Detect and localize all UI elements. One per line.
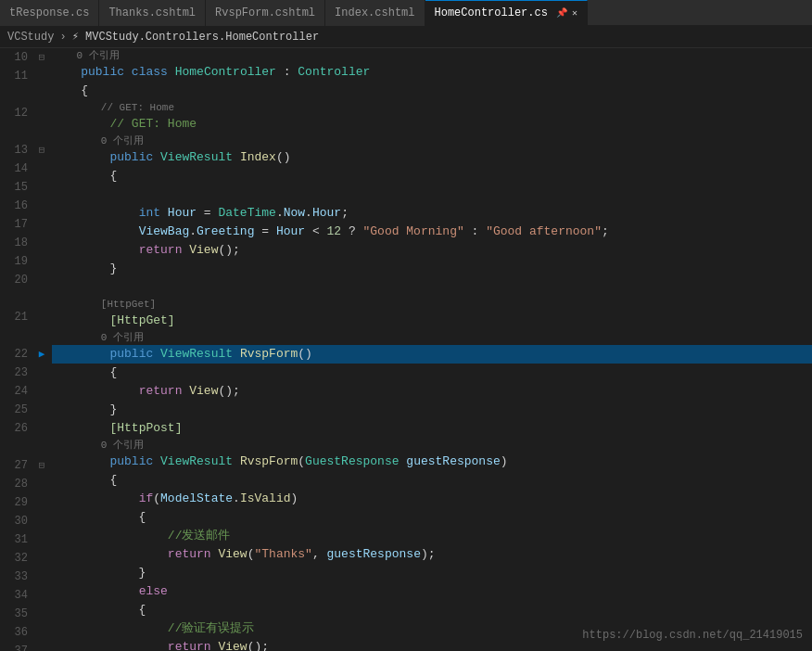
fold-32 — [35, 549, 48, 568]
code-line-26: [HttpPost] — [52, 419, 812, 438]
fold-37 — [35, 642, 48, 651]
tab-thanks[interactable]: Thanks.cshtml — [99, 0, 206, 26]
code-line-22: public ViewResult RvspForm() — [52, 345, 812, 364]
fold-34 — [35, 586, 48, 605]
ln-13: 13 — [7, 141, 28, 160]
code-line-35: { — [52, 601, 812, 619]
tab-tresponse-label: tResponse.cs — [9, 6, 89, 19]
code-line-24: return View(); — [52, 382, 812, 401]
ln-19: 19 — [7, 252, 28, 271]
fold-10[interactable]: ⊟ — [35, 48, 48, 67]
code-line-16: int Hour = DateTime.Now.Hour; — [52, 204, 812, 223]
ref-hint-21: [HttpGet] — [52, 297, 812, 312]
code-line-31: //发送邮件 — [52, 527, 812, 545]
breadcrumb-path: ⚡ MVCStudy.Controllers.HomeController — [72, 30, 319, 44]
ln-14: 14 — [7, 160, 28, 178]
tab-pin-icon: 📌 — [556, 7, 567, 19]
ln-23: 23 — [7, 364, 28, 382]
fold-35 — [35, 605, 48, 623]
fold-ref2 — [35, 122, 48, 141]
ref-hint-0: 0 个引用 — [52, 48, 812, 63]
fold-28 — [35, 475, 48, 493]
editor-container: 10 11 12 13 14 15 16 17 18 19 20 21 22 2… — [0, 48, 812, 651]
code-line-29: if(ModelState.IsValid) — [52, 490, 812, 508]
code-line-25: } — [52, 401, 812, 419]
ln-20: 20 — [7, 271, 28, 289]
ref-hint-13: 0 个引用 — [52, 134, 812, 148]
code-line-36: //验证有误提示 — [52, 619, 812, 638]
fold-27[interactable]: ⊟ — [35, 456, 48, 475]
ln-25: 25 — [7, 401, 28, 419]
ln-36: 36 — [7, 623, 28, 642]
fold-19 — [35, 252, 48, 271]
code-line-37: return View(); — [52, 638, 812, 651]
ln-32: 32 — [7, 549, 28, 568]
fold-26 — [35, 419, 48, 438]
ln-24: 24 — [7, 382, 28, 401]
ref-hint-22: 0 个引用 — [52, 330, 812, 345]
ln-21 — [7, 289, 28, 308]
line-numbers: 10 11 12 13 14 15 16 17 18 19 20 21 22 2… — [0, 48, 35, 651]
ln-21b: 21 — [7, 308, 28, 326]
fold-31 — [35, 530, 48, 549]
code-line-12: // GET: Home — [52, 115, 812, 134]
tab-bar: tResponse.cs Thanks.cshtml RvspForm.csht… — [0, 0, 812, 26]
ln-27: 27 — [7, 456, 28, 475]
ln-33: 33 — [7, 568, 28, 586]
fold-column: ⊟ ⊟ ▶ ⊟ — [35, 48, 48, 651]
tab-homecontroller-label: HomeController.cs — [435, 6, 548, 19]
code-line-19: } — [52, 260, 812, 278]
code-line-13: public ViewResult Index() — [52, 148, 812, 167]
tab-tresponse[interactable]: tResponse.cs — [0, 0, 99, 26]
code-line-28: { — [52, 471, 812, 490]
fold-ref1 — [35, 85, 48, 104]
code-line-30: { — [52, 508, 812, 527]
fold-23 — [35, 364, 48, 382]
ln-29: 29 — [7, 493, 28, 512]
fold-17 — [35, 215, 48, 234]
code-line-10: public class HomeController : Controller — [52, 63, 812, 82]
ln-37: 37 — [7, 642, 28, 651]
code-line-32: return View("Thanks", guestResponse); — [52, 545, 812, 564]
breadcrumb-bar: VCStudy › ⚡ MVCStudy.Controllers.HomeCon… — [0, 26, 812, 48]
fold-21 — [35, 308, 48, 326]
ln-30: 30 — [7, 512, 28, 530]
fold-13[interactable]: ⊟ — [35, 141, 48, 160]
ln-12 — [7, 85, 28, 104]
ln-26: 26 — [7, 419, 28, 438]
fold-29 — [35, 493, 48, 512]
fold-30 — [35, 512, 48, 530]
ln-18: 18 — [7, 234, 28, 252]
fold-22: ▶ — [35, 345, 48, 364]
fold-36 — [35, 623, 48, 642]
fold-ref5 — [35, 438, 48, 456]
code-area[interactable]: 0 个引用 public class HomeController : Cont… — [48, 48, 812, 651]
fold-ref3 — [35, 289, 48, 308]
code-line-33: } — [52, 564, 812, 582]
ln-11: 11 — [7, 67, 28, 85]
ln-31: 31 — [7, 530, 28, 549]
ln-10: 10 — [7, 48, 28, 67]
ln-15: 15 — [7, 178, 28, 197]
tab-homecontroller[interactable]: HomeController.cs 📌 ✕ — [425, 0, 588, 26]
fold-18 — [35, 234, 48, 252]
ln-12c — [7, 122, 28, 141]
fold-12 — [35, 104, 48, 122]
code-line-17: ViewBag.Greeting = Hour < 12 ? "Good Mor… — [52, 223, 812, 241]
fold-25 — [35, 401, 48, 419]
tab-homecontroller-close[interactable]: ✕ — [572, 7, 577, 19]
tab-thanks-label: Thanks.cshtml — [108, 6, 196, 19]
code-line-34: else — [52, 582, 812, 601]
tab-index[interactable]: Index.cshtml — [325, 0, 425, 26]
code-line-21: [HttpGet] — [52, 312, 812, 330]
breadcrumb-sep1: › — [59, 31, 66, 44]
ref-hint-27: 0 个引用 — [52, 438, 812, 453]
tab-rvspform[interactable]: RvspForm.cshtml — [206, 0, 325, 26]
fold-33 — [35, 568, 48, 586]
code-line-18: return View(); — [52, 241, 812, 260]
ln-28: 28 — [7, 475, 28, 493]
code-line-15 — [52, 185, 812, 204]
code-line-11: { — [52, 82, 812, 100]
project-label: VCStudy — [7, 31, 54, 44]
ref-hint-12: // GET: Home — [52, 100, 812, 115]
